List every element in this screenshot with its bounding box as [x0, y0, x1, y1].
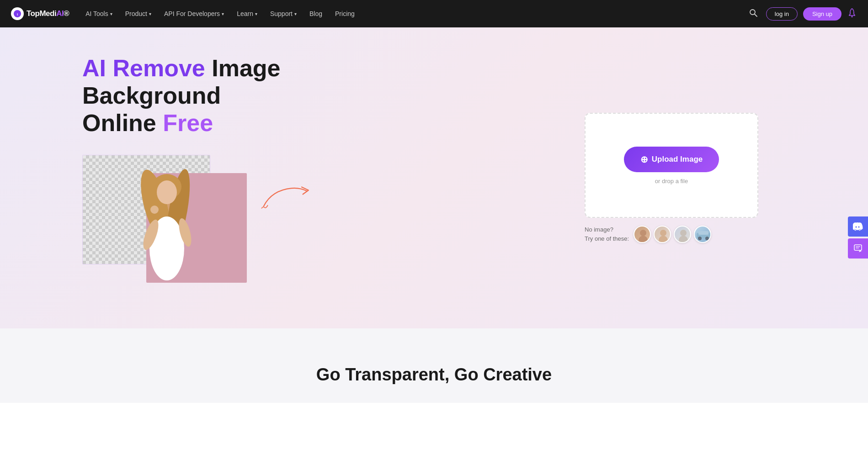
svg-rect-24 [854, 245, 862, 250]
sample-thumbnails [634, 226, 711, 243]
sample-section: No image? Try one of these: [585, 225, 758, 243]
sample-thumb-4[interactable] [694, 226, 711, 243]
chevron-down-icon: ▾ [255, 11, 257, 16]
imyfone-logo: i [11, 7, 24, 20]
side-buttons [848, 216, 868, 259]
hero-title-part1: AI Remove [82, 55, 205, 81]
hero-right: ⊕ Upload Image or drop a file No image? … [402, 113, 786, 243]
svg-point-22 [698, 237, 702, 240]
search-icon[interactable] [746, 5, 761, 22]
nav-item-learn[interactable]: Learn ▾ [231, 6, 263, 21]
upload-image-button[interactable]: ⊕ Upload Image [624, 147, 719, 172]
chevron-down-icon: ▾ [110, 11, 112, 16]
nav-item-product[interactable]: Product ▾ [120, 6, 157, 21]
plus-icon: ⊕ [640, 154, 648, 165]
notification-bell-icon[interactable] [847, 8, 857, 20]
nav-item-api[interactable]: API For Developers ▾ [159, 6, 229, 21]
no-image-text: No image? Try one of these: [585, 225, 629, 243]
svg-point-18 [680, 230, 687, 236]
hero-title-part4: Free [163, 110, 213, 136]
svg-point-17 [659, 236, 668, 243]
chevron-down-icon: ▾ [222, 11, 224, 16]
upload-dropzone[interactable]: ⊕ Upload Image or drop a file [585, 113, 758, 218]
bottom-title: Go Transparent, Go Creative [0, 365, 868, 385]
sample-thumb-3[interactable] [674, 226, 691, 243]
discord-button[interactable] [848, 216, 868, 237]
svg-line-3 [755, 14, 757, 16]
hero-left: AI Remove Image Background Online Free [82, 55, 402, 301]
svg-rect-21 [698, 231, 708, 235]
nav-right: log in Sign up [746, 5, 857, 22]
woman-figure [114, 159, 219, 292]
svg-point-23 [705, 237, 709, 240]
svg-point-13 [150, 206, 159, 214]
hero-title: AI Remove Image Background Online Free [82, 55, 402, 137]
chevron-down-icon: ▾ [294, 11, 297, 16]
bottom-section: Go Transparent, Go Creative [0, 328, 868, 403]
sample-thumb-1[interactable] [634, 226, 651, 243]
svg-point-9 [157, 180, 177, 204]
svg-point-4 [852, 16, 853, 17]
topmedia-logo-text: TopMediAI® [27, 9, 69, 18]
svg-point-16 [660, 230, 666, 236]
drop-file-label: or drop a file [655, 178, 688, 185]
nav-item-ai-tools[interactable]: AI Tools ▾ [80, 6, 118, 21]
svg-point-19 [679, 236, 688, 243]
login-button[interactable]: log in [766, 7, 798, 21]
feedback-button[interactable] [848, 238, 868, 259]
signup-button[interactable]: Sign up [803, 7, 841, 21]
svg-point-14 [640, 230, 646, 236]
hero-illustration [82, 155, 302, 301]
hero-section: AI Remove Image Background Online Free [0, 27, 868, 328]
navbar: i TopMediAI® AI Tools ▾ Product ▾ API Fo… [0, 0, 868, 27]
sample-thumb-2[interactable] [654, 226, 671, 243]
svg-point-2 [750, 10, 755, 15]
nav-item-pricing[interactable]: Pricing [330, 6, 360, 21]
brand: i TopMediAI® [11, 7, 69, 20]
chevron-down-icon: ▾ [149, 11, 151, 16]
hero-title-part3: Online [82, 110, 163, 136]
nav-items: AI Tools ▾ Product ▾ API For Developers … [80, 6, 742, 21]
svg-text:i: i [17, 12, 18, 16]
nav-item-support[interactable]: Support ▾ [265, 6, 302, 21]
svg-point-15 [639, 236, 648, 243]
nav-item-blog[interactable]: Blog [304, 6, 328, 21]
arrow-illustration [256, 182, 315, 214]
